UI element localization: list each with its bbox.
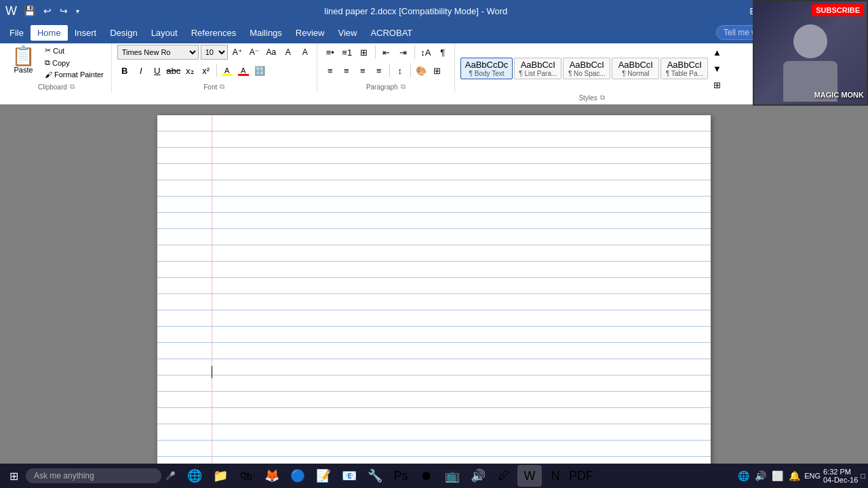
styles-group: AaBbCcDc ¶ Body Text AaBbCcI ¶ List Para… — [456, 43, 729, 103]
customize-button[interactable]: ▾ — [73, 6, 82, 16]
taskbar-right: 🌐 🔊 ⬜ 🔔 ENG 6:32 PM 04-Dec-16 □ — [736, 468, 865, 484]
numbering-button[interactable]: ≡1 — [340, 45, 355, 60]
shrink-font-button[interactable]: A⁻ — [247, 45, 262, 60]
styles-scroll-down[interactable]: ▼ — [709, 61, 724, 76]
menu-acrobat[interactable]: ACROBAT — [363, 25, 419, 41]
volume-icon[interactable]: 🔊 — [753, 469, 768, 483]
taskbar-explorer-icon[interactable]: 📁 — [208, 465, 233, 487]
subscript-button[interactable]: x₂ — [182, 63, 197, 78]
save-button[interactable]: 💾 — [21, 4, 38, 18]
style-table-para[interactable]: AaBbCcI ¶ Table Pa... — [660, 58, 708, 79]
cut-button[interactable]: ✂ Cut — [41, 45, 107, 56]
taskbar-edge-icon[interactable]: 🌐 — [182, 465, 207, 487]
divider-4 — [389, 64, 390, 77]
text-effects-button[interactable]: A — [298, 45, 313, 60]
taskbar-photoshop-icon[interactable]: Ps — [389, 465, 413, 487]
video-overlay: SUBSCRIBE MAGIC MONK — [753, 0, 868, 106]
channel-name: MAGIC MONK — [814, 91, 864, 99]
taskbar-record-icon[interactable]: ⏺ — [414, 465, 439, 487]
taskbar-mail-icon[interactable]: 📧 — [337, 465, 361, 487]
copy-button[interactable]: ⧉ Copy — [41, 57, 107, 68]
sort-button[interactable]: ↕A — [418, 45, 433, 60]
multilevel-button[interactable]: ⊞ — [357, 45, 372, 60]
style-body-text[interactable]: AaBbCcDc ¶ Body Text — [460, 58, 513, 79]
styles-scroll-up[interactable]: ▲ — [709, 45, 724, 60]
para-row-1: ≡• ≡1 ⊞ ⇤ ⇥ ↕A ¶ — [323, 45, 450, 60]
align-right-button[interactable]: ≡ — [355, 63, 370, 78]
subscribe-button[interactable]: SUBSCRIBE — [812, 4, 864, 16]
taskbar-store-icon[interactable]: 🛍 — [234, 465, 258, 487]
taskbar-word-icon[interactable]: W — [517, 465, 542, 487]
show-marks-button[interactable]: ¶ — [435, 45, 450, 60]
superscript-button[interactable]: x² — [199, 63, 214, 78]
styles-more[interactable]: ⊞ — [709, 77, 724, 92]
clipboard-small-btns: ✂ Cut ⧉ Copy 🖌 Format Painter — [41, 45, 107, 80]
taskbar-mic-icon[interactable]: 🎤 — [163, 471, 178, 481]
taskbar-chrome-icon[interactable]: 🔵 — [285, 465, 310, 487]
style-normal[interactable]: AaBbCcI ¶ Normal — [612, 58, 659, 79]
taskbar-app7-icon[interactable]: 🔧 — [363, 465, 387, 487]
document-scroll-area[interactable] — [0, 104, 868, 472]
styles-expand[interactable]: ⧉ — [599, 94, 606, 102]
taskbar-app10-icon[interactable]: 📺 — [440, 465, 465, 487]
char-shading-button[interactable]: 🔡 — [252, 63, 267, 78]
justify-button[interactable]: ≡ — [372, 63, 387, 78]
taskbar-app11-icon[interactable]: 🔊 — [466, 465, 490, 487]
clipboard-expand[interactable]: ⧉ — [68, 83, 76, 91]
network-icon[interactable]: 🌐 — [736, 469, 751, 483]
title-bar: W 💾 ↩ ↪ ▾ lined paper 2.docx [Compatibil… — [0, 0, 868, 22]
align-center-button[interactable]: ≡ — [339, 63, 354, 78]
notifications-icon[interactable]: 🔔 — [787, 469, 802, 483]
menu-insert[interactable]: Insert — [68, 25, 104, 41]
decrease-indent-button[interactable]: ⇤ — [379, 45, 394, 60]
taskbar-app12-icon[interactable]: 🖊 — [492, 465, 516, 487]
menu-review[interactable]: Review — [289, 25, 332, 41]
strikethrough-button[interactable]: abc — [166, 63, 181, 78]
taskbar-pdf-icon[interactable]: PDF — [569, 465, 593, 487]
taskbar-onenote-icon[interactable]: N — [543, 465, 568, 487]
font-color-button[interactable]: A — [236, 63, 251, 78]
menu-design[interactable]: Design — [103, 25, 144, 41]
line-spacing-button[interactable]: ↕ — [393, 63, 408, 78]
menu-references[interactable]: References — [184, 25, 243, 41]
menu-file[interactable]: File — [3, 25, 31, 41]
taskbar-firefox-icon[interactable]: 🦊 — [260, 465, 284, 487]
menu-layout[interactable]: Layout — [144, 25, 184, 41]
start-button[interactable]: ⊞ — [3, 465, 24, 487]
document-page[interactable] — [157, 115, 711, 472]
para-expand[interactable]: ⧉ — [399, 83, 407, 91]
font-expand[interactable]: ⧉ — [218, 83, 226, 91]
taskbar-search[interactable] — [26, 468, 161, 483]
borders-button[interactable]: ⊞ — [430, 63, 445, 78]
underline-button[interactable]: U — [150, 63, 165, 78]
cursor-area[interactable] — [198, 366, 670, 472]
italic-button[interactable]: I — [134, 63, 149, 78]
bold-button[interactable]: B — [117, 63, 132, 78]
case-button[interactable]: Aa — [264, 45, 279, 60]
increase-indent-button[interactable]: ⇥ — [396, 45, 411, 60]
undo-button[interactable]: ↩ — [41, 4, 54, 18]
text-highlight-button[interactable]: A — [220, 63, 235, 78]
taskbar-notes-icon[interactable]: 📝 — [311, 465, 336, 487]
style-no-space[interactable]: AaBbCcI ¶ No Spac... — [563, 58, 610, 79]
font-name-select[interactable]: Times New Ro — [117, 45, 199, 60]
paste-label: Paste — [14, 66, 33, 74]
redo-button[interactable]: ↪ — [57, 4, 71, 18]
menu-view[interactable]: View — [331, 25, 363, 41]
menu-mailings[interactable]: Mailings — [243, 25, 289, 41]
paste-button[interactable]: 📋 Paste — [7, 45, 40, 76]
font-row-1: Times New Ro 10 891112 A⁺ A⁻ Aa A A — [117, 45, 313, 60]
styles-content: AaBbCcDc ¶ Body Text AaBbCcI ¶ List Para… — [460, 45, 725, 92]
title-left: W 💾 ↩ ↪ ▾ — [5, 4, 82, 18]
clear-formatting-button[interactable]: A — [281, 45, 296, 60]
format-painter-button[interactable]: 🖌 Format Painter — [41, 69, 107, 80]
style-list-para[interactable]: AaBbCcI ¶ List Para... — [514, 58, 561, 79]
grow-font-button[interactable]: A⁺ — [230, 45, 245, 60]
align-left-button[interactable]: ≡ — [323, 63, 338, 78]
font-size-select[interactable]: 10 891112 — [201, 45, 228, 60]
menu-home[interactable]: Home — [31, 25, 68, 41]
action-center-icon[interactable]: □ — [861, 472, 865, 480]
page-content[interactable] — [157, 115, 711, 472]
bullets-button[interactable]: ≡• — [323, 45, 338, 60]
shading-button[interactable]: 🎨 — [414, 63, 429, 78]
